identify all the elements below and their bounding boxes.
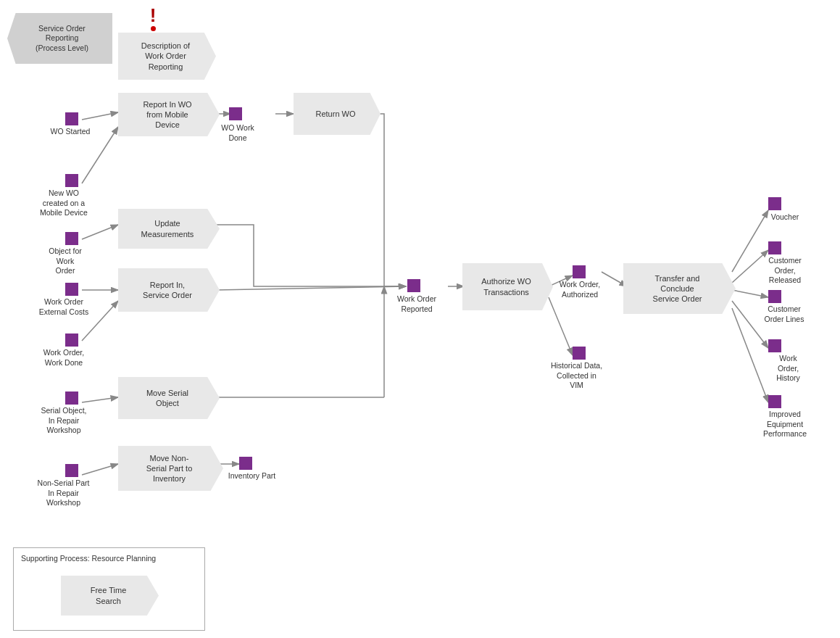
inventory-part-sq xyxy=(239,457,252,470)
free-time-search-node: Free TimeSearch xyxy=(61,576,159,616)
work-order-reported-label: Work OrderReported xyxy=(391,294,442,314)
non-serial-label: Non-Serial PartIn RepairWorkshop xyxy=(25,478,101,508)
inventory-part-label: Inventory Part xyxy=(225,471,279,481)
new-wo-mobile-label: New WOcreated on aMobile Device xyxy=(28,188,100,218)
serial-obj-sq xyxy=(65,392,78,405)
customer-released-sq xyxy=(768,241,781,254)
svg-line-15 xyxy=(732,290,768,297)
wo-started-label: WO Started xyxy=(38,127,103,137)
move-non-serial-label: Move Non-Serial Part toInventory xyxy=(144,453,199,484)
report-in-service-label: Report In,Service Order xyxy=(140,280,198,301)
wo-work-done-shape-label: WO WorkDone xyxy=(217,123,258,143)
customer-lines-label: CustomerOrder Lines xyxy=(755,304,813,324)
historical-data-label: Historical Data,Collected inVIM xyxy=(542,361,611,391)
customer-lines-sq xyxy=(768,290,781,303)
return-wo-label: Return WO xyxy=(312,109,361,119)
return-wo-node: Return WO xyxy=(294,93,381,135)
authorize-wo-node: Authorize WOTransactions xyxy=(462,263,553,310)
diagram: Service OrderReporting(Process Level) ! … xyxy=(0,0,840,638)
description-wo-label: Description ofWork OrderReporting xyxy=(138,41,196,72)
svg-line-21 xyxy=(82,464,118,475)
move-serial-object-node: Move SerialObject xyxy=(118,377,220,419)
supporting-process-title: Supporting Process: Resource Planning xyxy=(21,554,156,563)
voucher-label: Voucher xyxy=(760,212,810,223)
update-measurements-node: UpdateMeasurements xyxy=(118,209,220,249)
svg-line-11 xyxy=(549,297,573,355)
wo-history-label: WorkOrder,History xyxy=(761,354,815,384)
exclaim-dot xyxy=(151,26,156,31)
voucher-sq xyxy=(768,197,781,210)
object-wo-sq xyxy=(65,232,78,245)
update-measurements-label: UpdateMeasurements xyxy=(138,218,200,239)
transfer-conclude-node: Transfer andConcludeService Order xyxy=(623,263,736,314)
authorize-wo-label: Authorize WOTransactions xyxy=(478,276,536,297)
customer-released-label: CustomerOrder,Released xyxy=(752,256,818,286)
service-order-reporting-node: Service OrderReporting(Process Level) xyxy=(7,13,112,64)
improved-equipment-sq xyxy=(768,395,781,408)
wo-work-done-sq xyxy=(229,107,242,120)
wo-work-done2-sq xyxy=(65,334,78,347)
svg-line-1 xyxy=(82,112,118,120)
wo-external-label: Work OrderExternal Costs xyxy=(28,297,100,317)
report-in-service-node: Report In,Service Order xyxy=(118,268,220,312)
description-wo-node: Description ofWork OrderReporting xyxy=(118,33,216,80)
transfer-conclude-label: Transfer andConcludeService Order xyxy=(650,273,710,304)
svg-line-18 xyxy=(82,397,118,402)
wo-authorized-sq xyxy=(573,265,586,278)
serial-obj-label: Serial Object,In RepairWorkshop xyxy=(28,406,100,436)
svg-line-5 xyxy=(82,225,118,239)
new-wo-mobile-sq xyxy=(65,174,78,187)
exclaim-icon: ! xyxy=(150,6,157,25)
report-in-wo-mobile-node: Report In WOfrom MobileDevice xyxy=(118,93,220,136)
free-time-search-label: Free TimeSearch xyxy=(88,585,133,606)
supporting-process-box: Supporting Process: Resource Planning Fr… xyxy=(13,547,205,631)
historical-data-sq xyxy=(573,347,586,360)
wo-started-sq xyxy=(65,112,78,125)
wo-history-sq xyxy=(768,339,781,352)
improved-equipment-label: ImprovedEquipmentPerformance xyxy=(752,410,818,439)
svg-line-8 xyxy=(216,286,406,290)
service-order-reporting-label: Service OrderReporting(Process Level) xyxy=(24,24,96,54)
report-in-wo-mobile-label: Report In WOfrom MobileDevice xyxy=(140,99,197,130)
wo-authorized-label: Work Order,Authorized xyxy=(551,280,609,299)
non-serial-sq xyxy=(65,464,78,477)
wo-work-done2-label: Work Order,Work Done xyxy=(35,348,93,368)
move-non-serial-node: Move Non-Serial Part toInventory xyxy=(118,446,223,491)
work-order-reported-sq xyxy=(407,279,420,292)
wo-external-sq xyxy=(65,283,78,296)
object-wo-label: Object forWorkOrder xyxy=(36,246,94,276)
move-serial-object-label: Move SerialObject xyxy=(144,388,194,409)
